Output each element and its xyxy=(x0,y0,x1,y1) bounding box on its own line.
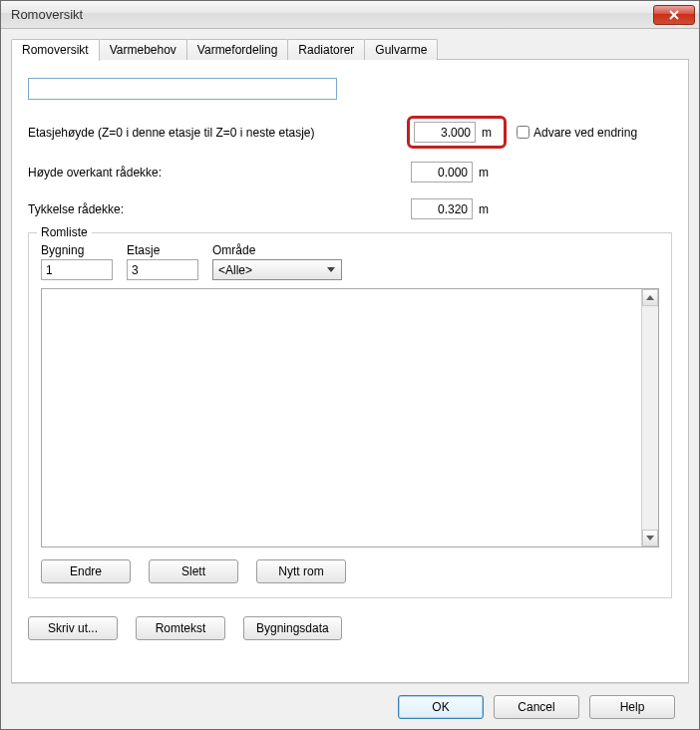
nytt-rom-button[interactable]: Nytt rom xyxy=(256,559,346,583)
tab-romoversikt[interactable]: Romoversikt xyxy=(11,39,100,61)
slett-button[interactable]: Slett xyxy=(149,559,238,583)
advare-checkbox[interactable] xyxy=(517,126,529,139)
romtekst-button[interactable]: Romtekst xyxy=(136,616,225,640)
titlebar: Romoversikt xyxy=(1,1,699,29)
top-text-input[interactable] xyxy=(28,78,337,100)
chevron-down-icon xyxy=(646,536,654,541)
tab-varmefordeling[interactable]: Varmefordeling xyxy=(186,39,288,60)
scrollbar[interactable] xyxy=(641,289,658,547)
etasjehoyde-unit: m xyxy=(476,126,500,140)
bygning-input[interactable] xyxy=(41,259,113,280)
dialog-body: Romoversikt Varmebehov Varmefordeling Ra… xyxy=(1,29,699,729)
bottom-buttons: Skriv ut... Romtekst Bygningsdata xyxy=(28,616,672,640)
hoyde-input[interactable] xyxy=(411,162,473,182)
tab-radiatorer[interactable]: Radiatorer xyxy=(287,39,365,60)
tab-content: Etasjehøyde (Z=0 i denne etasje til Z=0 … xyxy=(12,60,688,682)
window-title: Romoversikt xyxy=(11,7,653,22)
etasjehoyde-highlight: m xyxy=(407,116,507,149)
tykkelse-label: Tykkelse rådekke: xyxy=(28,202,407,216)
tykkelse-input[interactable] xyxy=(411,198,473,219)
dialog-footer: OK Cancel Help xyxy=(11,683,689,729)
romliste-legend: Romliste xyxy=(37,225,92,239)
bygning-label: Bygning xyxy=(41,243,113,257)
tab-frame: Romoversikt Varmebehov Varmefordeling Ra… xyxy=(11,59,689,683)
romliste-buttons: Endre Slett Nytt rom xyxy=(41,559,659,583)
omrade-value: <Alle> xyxy=(218,263,322,277)
scroll-down-button[interactable] xyxy=(642,530,658,547)
chevron-up-icon xyxy=(646,295,654,300)
row-tykkelse: Tykkelse rådekke: m xyxy=(28,195,672,222)
scroll-up-button[interactable] xyxy=(642,289,658,306)
omrade-col: Område <Alle> xyxy=(212,243,342,280)
hoyde-unit: m xyxy=(473,166,497,180)
help-button[interactable]: Help xyxy=(589,695,675,719)
romliste-fieldset: Romliste Bygning Etasje Område xyxy=(28,232,672,598)
cancel-button[interactable]: Cancel xyxy=(494,695,579,719)
endre-button[interactable]: Endre xyxy=(41,559,131,583)
etasje-label: Etasje xyxy=(127,243,198,257)
row-etasjehoyde: Etasjehøyde (Z=0 i denne etasje til Z=0 … xyxy=(28,116,672,149)
hoyde-label: Høyde overkant rådekke: xyxy=(28,166,407,180)
chevron-down-icon xyxy=(322,261,339,278)
bygning-col: Bygning xyxy=(41,243,113,280)
advare-label: Advare ved endring xyxy=(533,126,637,140)
etasje-input[interactable] xyxy=(127,259,198,280)
close-button[interactable] xyxy=(653,5,695,25)
filters-row: Bygning Etasje Område <Alle> xyxy=(41,243,659,280)
etasje-col: Etasje xyxy=(127,243,198,280)
bygningsdata-button[interactable]: Bygningsdata xyxy=(243,616,342,640)
scroll-track[interactable] xyxy=(642,306,658,530)
etasjehoyde-label: Etasjehøyde (Z=0 i denne etasje til Z=0 … xyxy=(28,126,407,140)
tab-varmebehov[interactable]: Varmebehov xyxy=(99,39,187,60)
tab-gulvarme[interactable]: Gulvarme xyxy=(364,39,438,60)
romliste-listbox[interactable] xyxy=(41,288,659,548)
etasjehoyde-input[interactable] xyxy=(414,122,476,143)
tykkelse-unit: m xyxy=(473,202,497,216)
dialog-window: Romoversikt Romoversikt Varmebehov Varme… xyxy=(0,0,700,730)
ok-button[interactable]: OK xyxy=(398,695,484,719)
row-hoyde: Høyde overkant rådekke: m xyxy=(28,159,672,185)
tabs-row: Romoversikt Varmebehov Varmefordeling Ra… xyxy=(11,39,437,61)
advare-wrap: Advare ved endring xyxy=(517,126,637,140)
omrade-combo[interactable]: <Alle> xyxy=(212,259,342,280)
skriv-ut-button[interactable]: Skriv ut... xyxy=(28,616,118,640)
omrade-label: Område xyxy=(212,243,342,257)
close-icon xyxy=(668,10,680,20)
